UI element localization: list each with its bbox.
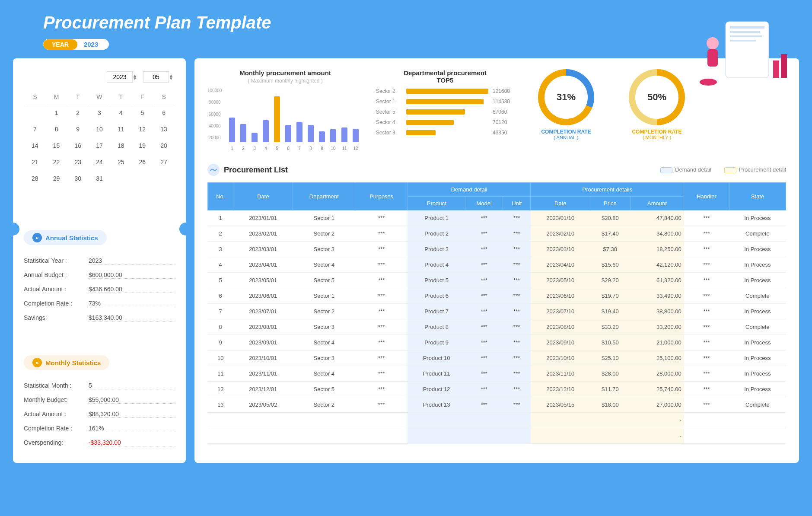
calendar-day[interactable]: 4 (111, 105, 131, 121)
calendar-day[interactable]: 30 (67, 171, 88, 186)
calendar-day[interactable]: 10 (89, 121, 110, 137)
cell-price: $18.00 (590, 397, 630, 413)
cell-amount: 47,840.00 (630, 210, 684, 226)
calendar: SMTWTFS 12345678910111213141516171819202… (24, 89, 175, 187)
stat-row-label: Overspending: (24, 439, 89, 446)
annual-stats-title: Annual Statistics (45, 234, 98, 242)
cell-state: Complete (729, 397, 786, 413)
page-title: Procurement Plan Template (43, 13, 769, 32)
svg-point-7 (700, 79, 717, 86)
calendar-day[interactable]: 8 (46, 121, 67, 137)
cell-state: In Process (729, 242, 786, 257)
cell-model: *** (465, 226, 503, 242)
calendar-day[interactable]: 31 (89, 171, 110, 186)
dept-row: Sector 1 114530 (376, 99, 514, 105)
cell-model: *** (465, 304, 503, 319)
calendar-day[interactable]: 27 (153, 154, 174, 170)
dept-value: 43350 (493, 130, 514, 136)
bar (274, 96, 280, 142)
procurement-table: No. Date Department Purposes Demand deta… (207, 182, 786, 444)
calendar-day[interactable]: 20 (153, 138, 174, 153)
calendar-day[interactable]: 24 (89, 154, 110, 170)
calendar-day[interactable]: 26 (132, 154, 153, 170)
table-row: 92023/09/01Sector 4***Product 9******202… (208, 335, 786, 350)
cell-unit: *** (503, 273, 531, 288)
cell-purposes: *** (355, 397, 408, 413)
calendar-day[interactable]: 28 (25, 171, 45, 186)
cell-price: $20.80 (590, 210, 630, 226)
cell-unit: *** (503, 397, 531, 413)
calendar-day[interactable]: 7 (25, 121, 45, 137)
cell-date: 2023/03/01 (233, 242, 293, 257)
svg-rect-8 (773, 61, 779, 78)
calendar-day[interactable]: 1 (46, 105, 67, 121)
stat-row: Statistical Year :2023 (24, 254, 175, 268)
cell-model: *** (465, 350, 503, 366)
cell-amount: 18,250.00 (630, 242, 684, 257)
calendar-day[interactable]: 15 (46, 138, 67, 153)
calendar-day[interactable]: 25 (111, 154, 131, 170)
calendar-day[interactable]: 14 (25, 138, 45, 153)
cell-purposes: *** (355, 226, 408, 242)
cell-purposes (355, 428, 408, 444)
x-tick: 2 (240, 146, 246, 151)
calendar-day[interactable]: 12 (132, 121, 153, 137)
stat-row-label: Monthly Budget: (24, 396, 89, 404)
calendar-year-input[interactable] (107, 71, 133, 83)
cell-p_date: 2023/11/10 (531, 366, 590, 382)
cell-state: In Process (729, 366, 786, 382)
stat-row-value: 5 (89, 382, 175, 389)
cell-handler: *** (684, 273, 729, 288)
calendar-day[interactable]: 17 (89, 138, 110, 153)
x-tick: 5 (274, 146, 280, 151)
x-tick: 8 (308, 146, 314, 151)
calendar-day[interactable]: 6 (153, 105, 174, 121)
svg-rect-2 (730, 31, 760, 33)
stat-row-label: Actual Amount : (24, 411, 89, 418)
cell-p_date: 2023/05/10 (531, 273, 590, 288)
calendar-day[interactable]: 2 (67, 105, 88, 121)
cell-dept: Sector 4 (293, 366, 355, 382)
cell-purposes: *** (355, 335, 408, 350)
calendar-day[interactable]: 9 (67, 121, 88, 137)
calendar-day[interactable]: 21 (25, 154, 45, 170)
cell-p_date: 2023/06/10 (531, 288, 590, 304)
calendar-day[interactable]: 11 (111, 121, 131, 137)
cell-state: In Process (729, 350, 786, 366)
calendar-day[interactable]: 19 (132, 138, 153, 153)
cell-purposes: *** (355, 304, 408, 319)
calendar-day[interactable]: 18 (111, 138, 131, 153)
chart-title: Monthly procurement amount (207, 69, 363, 76)
calendar-month-input[interactable] (143, 71, 169, 83)
calendar-day[interactable]: 23 (67, 154, 88, 170)
dept-label: Sector 5 (376, 109, 402, 115)
calendar-day[interactable]: 29 (46, 171, 67, 186)
cell-state: Complete (729, 288, 786, 304)
calendar-day[interactable]: 3 (89, 105, 110, 121)
stat-row: Annual Budget :$600,000.00 (24, 268, 175, 282)
annual-stats-badge: » Annual Statistics (24, 230, 107, 245)
table-row: 122023/12/01Sector 5***Product 12******2… (208, 382, 786, 397)
table-row: 62023/06/01Sector 1***Product 6******202… (208, 288, 786, 304)
cell-handler: *** (684, 304, 729, 319)
calendar-day[interactable]: 13 (153, 121, 174, 137)
calendar-day[interactable]: 5 (132, 105, 153, 121)
cell-date: 2023/10/01 (233, 350, 293, 366)
cell-no: 10 (208, 350, 233, 366)
cell-p_date: 2023/08/10 (531, 319, 590, 335)
cell-no: 1 (208, 210, 233, 226)
cell-unit: *** (503, 350, 531, 366)
calendar-day[interactable]: 16 (67, 138, 88, 153)
spinner-icon[interactable]: ▲▼ (133, 74, 139, 80)
cell-p_date: 2023/03/10 (531, 242, 590, 257)
cell-p_date: 2023/02/10 (531, 226, 590, 242)
stat-row-value: 73% (89, 300, 175, 307)
spinner-icon[interactable]: ▲▼ (169, 74, 175, 80)
cell-price: $10.50 (590, 335, 630, 350)
cell-dept: Sector 2 (293, 304, 355, 319)
cell-product: Product 3 (408, 242, 465, 257)
cell-dept: Sector 3 (293, 319, 355, 335)
cell-handler: *** (684, 242, 729, 257)
calendar-day[interactable]: 22 (46, 154, 67, 170)
th-amount: Amount (630, 197, 684, 210)
